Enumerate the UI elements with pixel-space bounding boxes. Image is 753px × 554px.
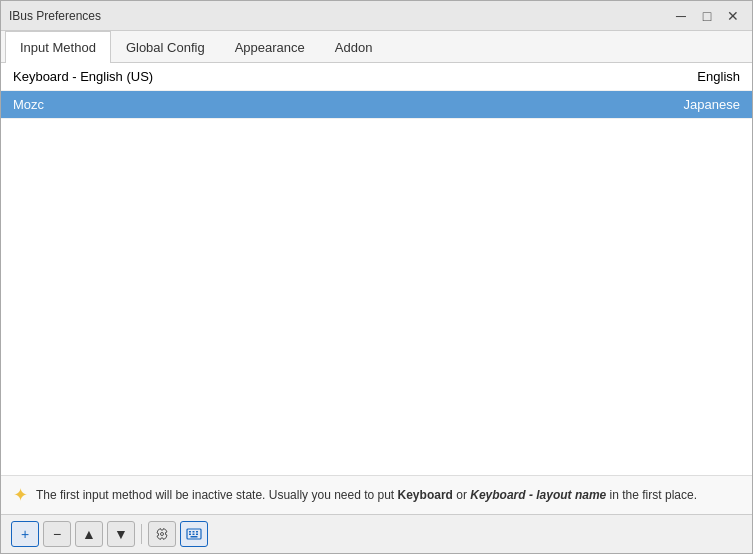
minimize-button[interactable]: ─ <box>670 5 692 27</box>
svg-rect-6 <box>193 534 195 536</box>
close-button[interactable]: ✕ <box>722 5 744 27</box>
window-title: IBus Preferences <box>9 9 101 23</box>
info-keyword2: Keyboard - layout name <box>470 488 606 502</box>
svg-rect-3 <box>193 531 195 533</box>
maximize-button[interactable]: □ <box>696 5 718 27</box>
info-text-middle: or <box>453 488 470 502</box>
svg-rect-4 <box>196 531 198 533</box>
tab-bar: Input Method Global Config Appearance Ad… <box>1 31 752 63</box>
list-item[interactable]: Keyboard - English (US) English <box>1 63 752 91</box>
settings-icon <box>155 527 169 541</box>
svg-rect-5 <box>189 534 191 536</box>
item-language: English <box>697 69 740 84</box>
info-text: The first input method will be inactive … <box>36 487 697 504</box>
move-up-button[interactable]: ▲ <box>75 521 103 547</box>
info-text-after: in the first place. <box>606 488 697 502</box>
svg-point-0 <box>161 533 164 536</box>
tab-global-config[interactable]: Global Config <box>111 31 220 63</box>
list-item[interactable]: Mozc Japanese <box>1 91 752 119</box>
svg-rect-7 <box>196 534 198 536</box>
title-bar: IBus Preferences ─ □ ✕ <box>1 1 752 31</box>
settings-button[interactable] <box>148 521 176 547</box>
main-content: Keyboard - English (US) English Mozc Jap… <box>1 63 752 553</box>
info-text-before: The first input method will be inactive … <box>36 488 398 502</box>
tab-addon[interactable]: Addon <box>320 31 388 63</box>
keyboard-button[interactable] <box>180 521 208 547</box>
add-button[interactable]: + <box>11 521 39 547</box>
item-language: Japanese <box>684 97 740 112</box>
main-window: IBus Preferences ─ □ ✕ Input Method Glob… <box>0 0 753 554</box>
info-keyword1: Keyboard <box>398 488 453 502</box>
svg-rect-2 <box>189 531 191 533</box>
info-icon: ✦ <box>13 484 28 506</box>
toolbar: + − ▲ ▼ <box>1 514 752 553</box>
svg-rect-8 <box>191 536 198 538</box>
info-bar: ✦ The first input method will be inactiv… <box>1 475 752 514</box>
item-name: Mozc <box>13 97 44 112</box>
tab-appearance[interactable]: Appearance <box>220 31 320 63</box>
window-controls: ─ □ ✕ <box>670 5 744 27</box>
toolbar-separator <box>141 524 142 544</box>
remove-button[interactable]: − <box>43 521 71 547</box>
item-name: Keyboard - English (US) <box>13 69 153 84</box>
move-down-button[interactable]: ▼ <box>107 521 135 547</box>
input-method-list[interactable]: Keyboard - English (US) English Mozc Jap… <box>1 63 752 475</box>
tab-input-method[interactable]: Input Method <box>5 31 111 63</box>
keyboard-icon <box>186 528 202 540</box>
